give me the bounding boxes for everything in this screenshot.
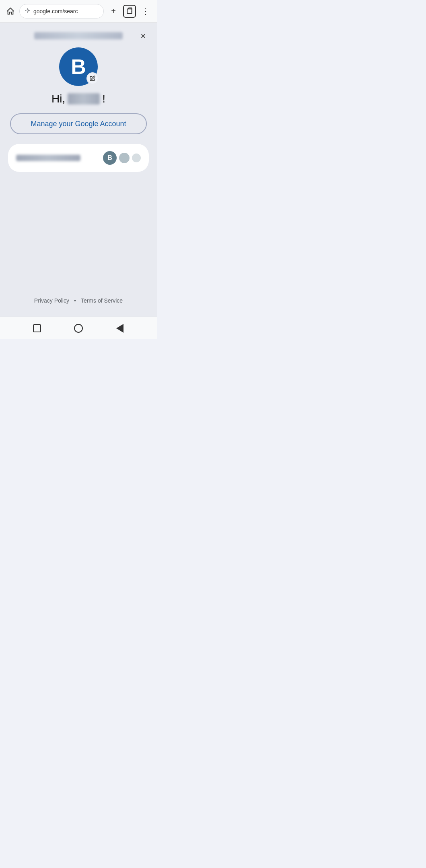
close-button[interactable]: ×: [136, 29, 150, 43]
account-avatar-tertiary: [132, 154, 141, 162]
new-tab-button[interactable]: +: [107, 5, 120, 18]
account-card-email-blurred: [16, 155, 80, 161]
back-button-icon: [116, 324, 123, 333]
greeting-name-blurred: [68, 93, 100, 104]
account-avatar-primary: B: [103, 151, 117, 165]
footer: Privacy Policy • Terms of Service: [34, 288, 123, 317]
tabs-button[interactable]: [123, 5, 136, 18]
footer-separator: •: [74, 297, 76, 304]
terms-of-service-link[interactable]: Terms of Service: [81, 297, 123, 304]
privacy-policy-link[interactable]: Privacy Policy: [34, 297, 69, 304]
browser-menu-button[interactable]: ⋮: [139, 5, 152, 18]
svg-rect-5: [127, 9, 132, 14]
account-panel: × B Hi, ! Manage your Google Account B: [0, 23, 157, 317]
nav-actions: + ⋮: [107, 5, 152, 18]
browser-nav-bar: google.com/searc + ⋮: [0, 0, 157, 23]
account-card[interactable]: B: [8, 144, 149, 172]
account-email-blurred: [34, 32, 123, 39]
greeting-prefix: Hi,: [51, 92, 65, 105]
address-bar[interactable]: google.com/searc: [19, 4, 104, 18]
address-bar-text: google.com/searc: [33, 8, 99, 14]
recent-apps-icon: [33, 324, 41, 332]
svg-point-0: [27, 10, 29, 11]
recent-apps-button[interactable]: [31, 322, 43, 335]
home-button[interactable]: [72, 322, 85, 335]
back-button[interactable]: [113, 322, 126, 335]
avatar-container: B: [59, 47, 98, 86]
account-card-icons: B: [103, 151, 141, 165]
manage-account-button[interactable]: Manage your Google Account: [10, 113, 147, 134]
greeting: Hi, !: [51, 92, 105, 105]
avatar-edit-button[interactable]: [86, 72, 99, 84]
greeting-suffix: !: [102, 92, 105, 105]
tracking-icon: [25, 7, 31, 15]
home-button-icon: [74, 324, 83, 333]
home-icon[interactable]: [5, 6, 16, 17]
android-nav-bar: [0, 317, 157, 339]
account-avatar-secondary: [119, 153, 130, 163]
